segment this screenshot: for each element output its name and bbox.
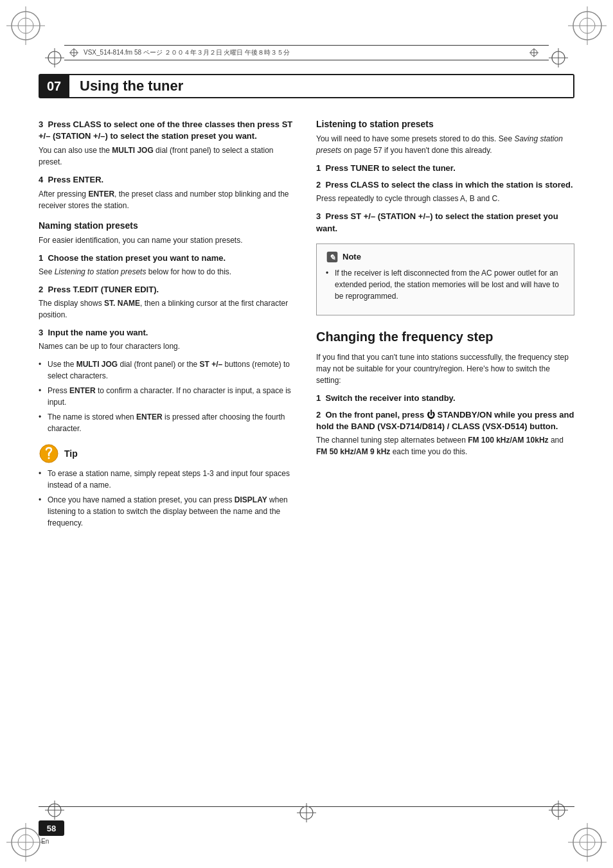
step4-heading: 4 Press ENTER. [39, 174, 297, 186]
chapter-header: 07 Using the tuner [39, 74, 574, 98]
naming-bullet-3: The name is stored when ENTER is pressed… [39, 411, 297, 434]
note-header: ✎ Note [326, 251, 565, 263]
inner-corner-tr [549, 48, 568, 67]
naming-section-heading: Naming station presets [39, 220, 297, 231]
naming-step1-heading: 1 Choose the station preset you want to … [39, 252, 297, 264]
naming-step3-intro: Names can be up to four characters long. [39, 341, 297, 352]
naming-step2-body: The display shows ST. NAME, then a blink… [39, 297, 297, 321]
svg-point-35 [48, 457, 50, 459]
corner-decoration-tl [6, 6, 45, 45]
step3-body: You can also use the MULTI JOG dial (fro… [39, 145, 297, 168]
freq-step1-heading: 1 Switch the receiver into standby. [316, 393, 574, 404]
corner-decoration-tr [568, 6, 607, 45]
tip-header: Tip [39, 443, 297, 464]
chapter-title-box: Using the tuner [69, 74, 574, 98]
note-bullet-1: If the receiver is left disconnected fro… [326, 267, 565, 302]
naming-step1-body: See Listening to station presets below f… [39, 266, 297, 278]
right-column: Listening to station presets You will ne… [316, 119, 574, 804]
step4-body: After pressing ENTER, the preset class a… [39, 188, 297, 211]
chapter-title: Using the tuner [80, 78, 183, 94]
content-area: 3 Press CLASS to select one of the three… [39, 119, 574, 804]
listening-step1-heading: 1 Press TUNER to select the tuner. [316, 163, 574, 174]
naming-bullet-2: Press ENTER to confirm a character. If n… [39, 385, 297, 408]
page-wrapper: VSX_514-814.fm 58 ページ ２００４年３月２日 火曜日 午後８時… [0, 0, 613, 868]
freq-step2-heading: 2 On the front panel, press ⏻ STANDBY/ON… [316, 409, 574, 432]
freq-title: Changing the frequency step [316, 328, 574, 345]
note-box: ✎ Note If the receiver is left disconnec… [316, 244, 574, 315]
naming-intro: For easier identification, you can name … [39, 235, 297, 246]
svg-text:✎: ✎ [329, 253, 335, 262]
freq-intro: If you find that you can't tune into sta… [316, 351, 574, 386]
naming-bullets: Use the MULTI JOG dial (front panel) or … [39, 359, 297, 434]
tip-label: Tip [64, 448, 78, 459]
page-number-box: 58 [39, 820, 64, 836]
inner-corner-tl [45, 48, 64, 67]
header-meta: VSX_514-814.fm 58 ページ ２００４年３月２日 火曜日 午後８時… [64, 45, 549, 60]
naming-step2-heading: 2 Press T.EDIT (TUNER EDIT). [39, 284, 297, 296]
chapter-number: 07 [39, 74, 69, 98]
step3-heading: 3 Press CLASS to select one of the three… [39, 119, 297, 142]
tip-bullets: To erase a station name, simply repeat s… [39, 468, 297, 529]
listening-section-heading: Listening to station presets [316, 119, 574, 129]
freq-step2-body: The channel tuning step alternates betwe… [316, 434, 574, 457]
note-icon: ✎ [326, 251, 339, 263]
freq-section: Changing the frequency step If you find … [316, 328, 574, 458]
page-lang: En [41, 838, 49, 845]
listening-step3-heading: 3 Press ST +/– (STATION +/–) to select t… [316, 211, 574, 234]
note-bullets: If the receiver is left disconnected fro… [326, 267, 565, 302]
corner-decoration-br [568, 823, 607, 862]
file-info: VSX_514-814.fm 58 ページ ２００４年３月２日 火曜日 午後８時… [84, 48, 290, 57]
tip-icon [39, 443, 59, 464]
left-column: 3 Press CLASS to select one of the three… [39, 119, 297, 804]
tip-bullet-2: Once you have named a station preset, yo… [39, 494, 297, 529]
naming-step3-heading: 3 Input the name you want. [39, 327, 297, 339]
tip-bullet-1: To erase a station name, simply repeat s… [39, 468, 297, 491]
listening-step2-heading: 2 Press CLASS to select the class in whi… [316, 179, 574, 191]
tip-box: Tip To erase a station name, simply repe… [39, 443, 297, 529]
listening-intro: You will need to have some presets store… [316, 133, 574, 156]
naming-bullet-1: Use the MULTI JOG dial (front panel) or … [39, 359, 297, 382]
note-label: Note [342, 252, 361, 261]
bottom-center-crosshair [297, 803, 316, 824]
listening-step2-body: Press repeatedly to cycle through classe… [316, 193, 574, 204]
